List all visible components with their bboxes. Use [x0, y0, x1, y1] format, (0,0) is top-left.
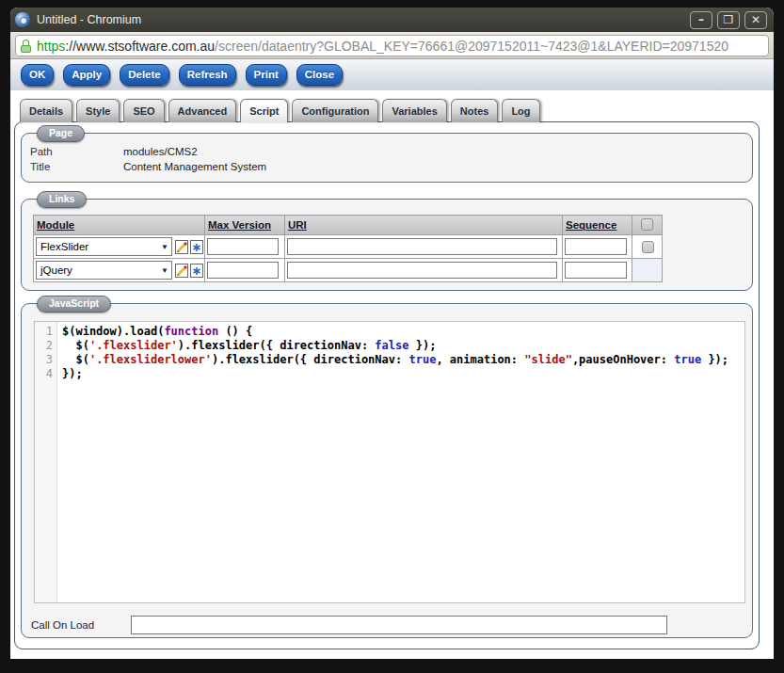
call-on-load-input[interactable] — [131, 616, 667, 634]
page-legend: Page — [37, 125, 85, 142]
tab-bar: DetailsStyleSEOAdvancedScriptConfigurati… — [20, 99, 774, 122]
tab-details[interactable]: Details — [20, 99, 72, 122]
module-select-value: FlexSlider — [40, 241, 88, 252]
tab-log[interactable]: Log — [502, 99, 539, 122]
maximize-button[interactable]: ❒ — [717, 11, 740, 29]
action-button-strip: OKApplyDeleteRefreshPrintClose — [10, 59, 774, 90]
code-line: $('.flexsliderlower').flexslider({ direc… — [62, 353, 728, 367]
field-value: modules/CMS2 — [123, 146, 198, 157]
edit-module-icon[interactable] — [175, 240, 189, 254]
links-fieldset: Links ModuleMax VersionURISequence FlexS… — [21, 199, 753, 291]
browser-window: Untitled - Chromium –❒✕ https://www.stso… — [10, 8, 774, 659]
edit-module-icon[interactable] — [175, 264, 189, 278]
page-field-row: Pathmodules/CMS2 — [30, 144, 752, 159]
refresh-button[interactable]: Refresh — [179, 64, 236, 86]
tab-style[interactable]: Style — [76, 99, 120, 122]
window-title: Untitled - Chromium — [37, 13, 690, 26]
call-on-load-label: Call On Load — [31, 619, 94, 631]
tab-seo[interactable]: SEO — [123, 99, 164, 122]
code-line: $('.flexslider').flexslider({ directionN… — [62, 339, 728, 353]
field-label: Path — [30, 146, 123, 157]
tab-notes[interactable]: Notes — [451, 99, 499, 122]
column-header-module[interactable]: Module — [34, 216, 205, 235]
links-legend: Links — [37, 191, 87, 208]
close-button[interactable]: ✕ — [744, 11, 767, 29]
column-header-uri[interactable]: URI — [285, 216, 563, 235]
tab-advanced[interactable]: Advanced — [168, 99, 237, 122]
links-table: ModuleMax VersionURISequence FlexSlider▼… — [33, 215, 663, 282]
select-arrow-icon: ▼ — [161, 266, 168, 275]
apply-button[interactable]: Apply — [63, 64, 110, 86]
field-value: Content Management System — [123, 161, 266, 172]
line-number: 3 — [35, 353, 53, 367]
minimize-button[interactable]: – — [690, 11, 712, 29]
tab-panel: Page Pathmodules/CMS2TitleContent Manage… — [14, 121, 760, 649]
ok-button[interactable]: OK — [21, 64, 54, 86]
code-line: $(window).load(function () { — [62, 325, 728, 339]
module-select-value: jQuery — [40, 264, 72, 276]
link-row: jQuery▼ — [34, 259, 663, 282]
line-number: 2 — [35, 339, 53, 353]
select-all-header — [632, 216, 663, 235]
select-all-checkbox[interactable] — [641, 218, 653, 231]
page-fieldset: Page Pathmodules/CMS2TitleContent Manage… — [21, 133, 753, 183]
title-bar: Untitled - Chromium –❒✕ — [10, 8, 774, 32]
sequence-input[interactable] — [565, 262, 627, 279]
browser-toolbar: https://www.stsoftware.com.au/screen/dat… — [10, 32, 774, 59]
sequence-input[interactable] — [565, 238, 627, 255]
javascript-legend: JavaScript — [37, 296, 111, 312]
column-header-sequence[interactable]: Sequence — [563, 216, 632, 235]
link-row: FlexSlider▼ — [34, 235, 663, 259]
code-editor[interactable]: 1234 $(window).load(function () { $('.fl… — [34, 321, 745, 603]
tab-script[interactable]: Script — [240, 99, 288, 122]
code-area: $(window).load(function () { $('.flexsli… — [57, 322, 728, 602]
line-number-gutter: 1234 — [35, 322, 57, 602]
uri-input[interactable] — [287, 238, 557, 255]
code-line: }); — [62, 367, 728, 381]
page-content: OKApplyDeleteRefreshPrintClose DetailsSt… — [10, 59, 774, 659]
chromium-icon — [15, 12, 30, 27]
select-arrow-icon: ▼ — [161, 243, 168, 251]
max-version-input[interactable] — [207, 262, 279, 279]
column-header-max-version[interactable]: Max Version — [205, 216, 285, 235]
row-checkbox[interactable] — [642, 241, 654, 253]
uri-input[interactable] — [287, 262, 557, 279]
url-domain: ://www.stsoftware.com.au — [65, 39, 215, 54]
url-bar[interactable]: https://www.stsoftware.com.au/screen/dat… — [15, 35, 769, 56]
secure-lock-icon — [21, 40, 31, 53]
close-button[interactable]: Close — [296, 64, 343, 86]
delete-button[interactable]: Delete — [120, 64, 169, 86]
page-field-row: TitleContent Management System — [30, 159, 752, 174]
new-module-icon[interactable] — [190, 264, 204, 278]
new-module-icon[interactable] — [190, 240, 204, 254]
field-label: Title — [30, 161, 123, 172]
javascript-fieldset: JavaScript 1234 $(window).load(function … — [21, 303, 753, 638]
tab-variables[interactable]: Variables — [382, 99, 446, 122]
module-select[interactable]: FlexSlider▼ — [36, 237, 172, 256]
url-path: /screen/dataentry?GLOBAL_KEY=76661@20971… — [215, 39, 728, 54]
line-number: 4 — [35, 367, 53, 381]
url-scheme: https — [37, 39, 65, 54]
max-version-input[interactable] — [207, 238, 279, 255]
module-select[interactable]: jQuery▼ — [36, 261, 172, 280]
print-button[interactable]: Print — [246, 64, 287, 86]
tab-configuration[interactable]: Configuration — [292, 99, 378, 122]
line-number: 1 — [35, 325, 53, 339]
